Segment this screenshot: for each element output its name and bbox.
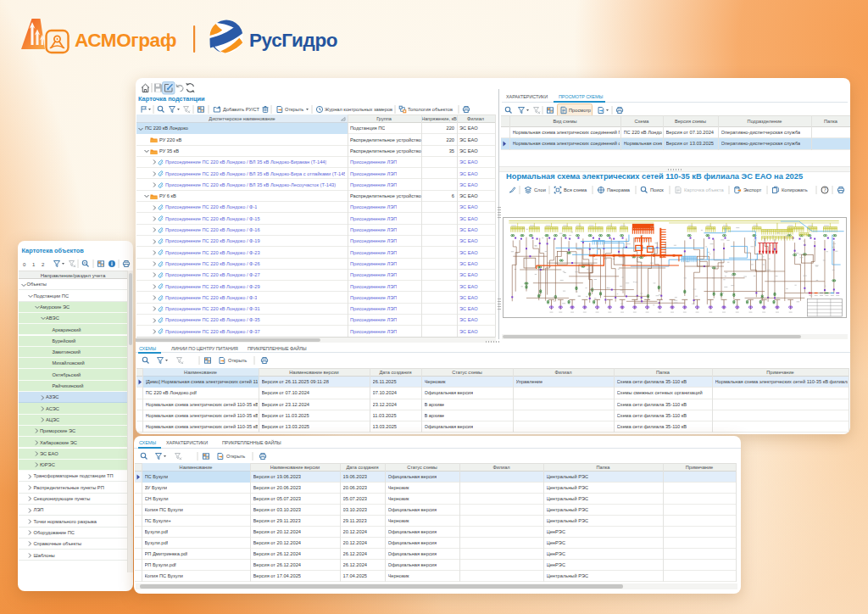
svg-text:0: 0 [23, 262, 26, 267]
svg-text:АСМОграф: АСМОграф [75, 30, 176, 51]
svg-text:Открыть: Открыть [285, 107, 303, 112]
svg-text:РусГидро: РусГидро [249, 30, 337, 51]
svg-text:Вся схема: Вся схема [564, 187, 587, 193]
svg-text:Журнал контрольных замеров: Журнал контрольных замеров [325, 107, 392, 112]
svg-text:Карточка объекта: Карточка объекта [684, 187, 724, 193]
svg-text:Открыть: Открыть [226, 454, 245, 459]
svg-text:Копировать: Копировать [782, 187, 808, 193]
svg-text:Экспорт: Экспорт [743, 187, 762, 193]
svg-text:2: 2 [42, 262, 45, 267]
svg-text:Добавить РУ/СТ: Добавить РУ/СТ [223, 107, 259, 112]
svg-text:1: 1 [32, 262, 36, 267]
svg-text:Просмотр: Просмотр [569, 108, 591, 113]
svg-text:?: ? [823, 187, 826, 193]
svg-text:Слои: Слои [534, 187, 546, 193]
svg-text:Топология объектов: Топология объектов [408, 107, 453, 112]
svg-text:Открыть: Открыть [228, 358, 247, 363]
svg-text:Поиск: Поиск [650, 187, 664, 193]
svg-text:Панорама: Панорама [607, 187, 631, 193]
